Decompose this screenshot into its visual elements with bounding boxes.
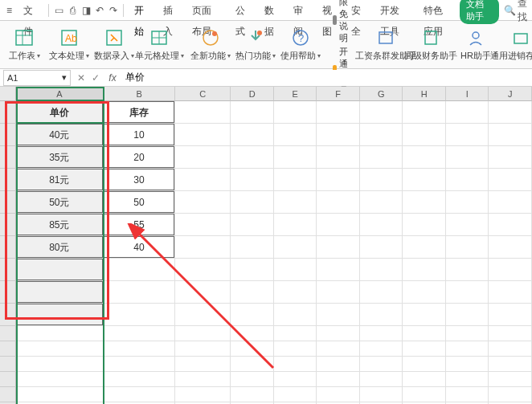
cell[interactable]	[104, 372, 175, 387]
preview-icon[interactable]: ◨	[80, 2, 92, 18]
redo-icon[interactable]: ↷	[107, 2, 119, 18]
cell[interactable]: 50元	[16, 191, 104, 214]
col-header-d[interactable]: D	[231, 87, 274, 101]
cell[interactable]	[274, 214, 317, 236]
cell[interactable]	[317, 341, 360, 357]
tool-help[interactable]: ? 使用帮助▾	[281, 27, 320, 62]
row-header[interactable]	[0, 101, 16, 124]
file-menu[interactable]: 文件	[17, 0, 44, 21]
tab-home[interactable]: 开始	[128, 0, 155, 21]
cell[interactable]	[274, 236, 317, 259]
cell[interactable]	[104, 259, 175, 281]
row-header[interactable]	[0, 236, 16, 259]
tab-insert[interactable]: 插入	[157, 0, 184, 21]
cell[interactable]: 40元	[16, 124, 104, 146]
cell[interactable]	[175, 372, 231, 387]
tool-data-entry[interactable]: 数据录入▾	[95, 27, 133, 62]
cell[interactable]	[446, 341, 489, 357]
row-header[interactable]	[0, 191, 16, 214]
cell[interactable]	[446, 101, 489, 124]
col-header-c[interactable]: C	[175, 87, 231, 101]
col-header-b[interactable]: B	[104, 87, 175, 101]
cell[interactable]	[175, 326, 231, 341]
tool-cell[interactable]: 单元格处理▾	[140, 27, 178, 62]
cell[interactable]: 85元	[16, 214, 104, 236]
cell[interactable]	[317, 124, 360, 146]
cell[interactable]	[317, 326, 360, 341]
cell[interactable]	[175, 387, 231, 402]
cell[interactable]	[403, 304, 446, 326]
formula-input[interactable]	[122, 70, 532, 86]
cell[interactable]	[104, 304, 175, 326]
cell[interactable]: 20	[104, 146, 175, 169]
cell[interactable]	[175, 341, 231, 357]
cell[interactable]	[360, 326, 403, 341]
cell[interactable]	[360, 146, 403, 169]
cell[interactable]	[274, 304, 317, 326]
row-header[interactable]	[0, 357, 16, 372]
row-header[interactable]	[0, 341, 16, 357]
cell[interactable]	[175, 191, 231, 214]
col-header-i[interactable]: I	[446, 87, 489, 101]
row-header[interactable]	[0, 146, 16, 169]
cell[interactable]	[104, 341, 175, 357]
cell[interactable]	[360, 341, 403, 357]
cell[interactable]	[317, 214, 360, 236]
tool-finance[interactable]: 高级财务助手	[411, 27, 450, 62]
cell[interactable]	[317, 146, 360, 169]
tool-new[interactable]: 全新功能▾	[191, 27, 230, 62]
tab-review[interactable]: 审阅	[287, 0, 314, 21]
cell[interactable]	[446, 191, 489, 214]
col-header-h[interactable]: H	[403, 87, 446, 101]
cell[interactable]	[175, 124, 231, 146]
cell[interactable]	[231, 169, 274, 191]
cell[interactable]	[274, 191, 317, 214]
select-all-corner[interactable]	[0, 87, 16, 101]
tab-data[interactable]: 数据	[258, 0, 285, 21]
cell[interactable]	[274, 281, 317, 304]
cell[interactable]	[231, 191, 274, 214]
cell[interactable]	[231, 387, 274, 402]
cell[interactable]	[317, 101, 360, 124]
cell[interactable]	[446, 169, 489, 191]
cell[interactable]	[16, 304, 104, 326]
cell[interactable]	[489, 357, 532, 372]
cell[interactable]	[446, 357, 489, 372]
cell[interactable]	[175, 101, 231, 124]
cell[interactable]	[489, 236, 532, 259]
cell[interactable]	[175, 236, 231, 259]
cell[interactable]	[104, 357, 175, 372]
cell[interactable]	[175, 259, 231, 281]
col-header-g[interactable]: G	[360, 87, 403, 101]
cell[interactable]	[317, 236, 360, 259]
cell[interactable]	[16, 326, 104, 341]
cell[interactable]	[231, 101, 274, 124]
cell[interactable]	[175, 304, 231, 326]
cell[interactable]	[403, 341, 446, 357]
cell[interactable]	[231, 214, 274, 236]
cell[interactable]	[231, 146, 274, 169]
cell[interactable]	[274, 124, 317, 146]
cell[interactable]	[175, 146, 231, 169]
cell[interactable]	[360, 101, 403, 124]
cell[interactable]	[317, 281, 360, 304]
cell[interactable]	[403, 191, 446, 214]
row-header[interactable]	[0, 169, 16, 191]
cell[interactable]	[446, 259, 489, 281]
cell[interactable]	[16, 341, 104, 357]
tab-devtools[interactable]: 开发工具	[374, 0, 415, 21]
cell[interactable]	[446, 146, 489, 169]
cell[interactable]	[446, 214, 489, 236]
cell[interactable]	[403, 101, 446, 124]
cell[interactable]	[16, 281, 104, 304]
cell[interactable]	[489, 124, 532, 146]
cell[interactable]	[175, 169, 231, 191]
spreadsheet-grid[interactable]: A B C D E F G H I J 单价库存40元1035元2081元305…	[0, 87, 532, 404]
cell[interactable]	[446, 281, 489, 304]
tool-inventory[interactable]: 通用进销存助手	[501, 27, 532, 62]
cell[interactable]	[104, 326, 175, 341]
cell[interactable]	[274, 259, 317, 281]
cell[interactable]	[403, 259, 446, 281]
cell[interactable]	[16, 259, 104, 281]
cell[interactable]	[403, 169, 446, 191]
